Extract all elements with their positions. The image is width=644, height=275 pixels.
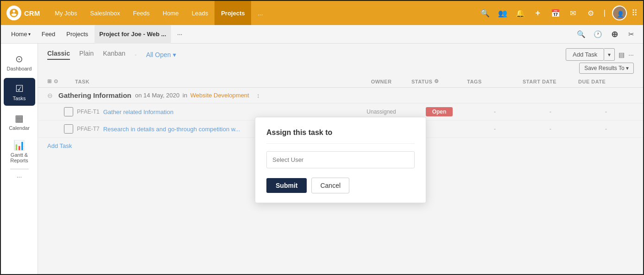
calendar-sidebar-icon: ▦ (15, 113, 24, 124)
logo-icon (6, 6, 21, 20)
nav-feeds[interactable]: Feeds (126, 1, 156, 25)
nav-projects[interactable]: Projects (215, 1, 251, 25)
grid-icon[interactable]: ⠿ (631, 8, 638, 18)
sec-nav-project-joe[interactable]: Project for Joe - Web ... (95, 25, 170, 44)
modal-actions: Submit Cancel (266, 178, 415, 193)
nav-leads[interactable]: Leads (185, 1, 215, 25)
sidebar-label-calendar: Calendar (9, 125, 30, 131)
plus-icon[interactable]: + (531, 6, 544, 19)
submit-button[interactable]: Submit (266, 178, 307, 193)
sec-nav-home[interactable]: Home ▾ (6, 25, 35, 44)
search-icon[interactable]: 🔍 (479, 6, 492, 19)
avatar[interactable]: 👤 (612, 6, 627, 20)
select-user-input[interactable] (266, 151, 415, 168)
sidebar-item-tasks[interactable]: ☑ Tasks (4, 78, 35, 106)
nav-my-jobs[interactable]: My Jobs (48, 1, 83, 25)
sidebar-label-gantt: Gantt & Reports (4, 152, 35, 163)
sec-nav-ellipsis[interactable]: ··· (173, 25, 187, 44)
sec-nav-projects[interactable]: Projects (62, 25, 93, 44)
sidebar: ⊙ Dashboard ☑ Tasks ▦ Calendar 📊 Gantt &… (1, 44, 38, 275)
nav-salesinbox[interactable]: SalesInbox (84, 1, 126, 25)
modal-overlay: Assign this task to Submit Cancel (38, 44, 643, 275)
bell-icon[interactable]: 🔔 (514, 6, 527, 19)
app-name: CRM (24, 9, 40, 17)
sidebar-label-tasks: Tasks (13, 96, 25, 101)
nav-links: My Jobs SalesInbox Feeds Home Leads Proj… (48, 1, 479, 25)
sidebar-item-calendar[interactable]: ▦ Calendar (4, 108, 35, 135)
nav-home[interactable]: Home (156, 1, 185, 25)
users-icon[interactable]: 👥 (496, 6, 509, 19)
cancel-button[interactable]: Cancel (311, 178, 349, 193)
sec-search-icon[interactable]: 🔍 (575, 28, 587, 41)
sidebar-item-gantt[interactable]: 📊 Gantt & Reports (4, 137, 35, 165)
sidebar-item-dashboard[interactable]: ⊙ Dashboard (4, 48, 35, 76)
sec-clock-icon[interactable]: 🕐 (591, 28, 604, 41)
assign-task-modal: Assign this task to Submit Cancel (255, 117, 426, 203)
calendar-icon[interactable]: 📅 (549, 6, 562, 19)
sidebar-label-dashboard: Dashboard (7, 66, 32, 71)
app-logo[interactable]: CRM (6, 6, 40, 20)
settings-icon[interactable]: ⚙ (584, 6, 597, 19)
sec-add-icon[interactable]: ⊕ (608, 28, 621, 41)
tasks-icon: ☑ (15, 83, 24, 94)
top-nav-right: 🔍 👥 🔔 + 📅 ✉ ⚙ | 👤 ⠿ (479, 6, 638, 20)
secondary-navigation: Home ▾ Feed Projects Project for Joe - W… (1, 25, 643, 44)
gantt-icon: 📊 (13, 140, 25, 151)
sec-tools-icon[interactable]: ✂ (625, 28, 638, 41)
sec-nav-feed[interactable]: Feed (37, 25, 60, 44)
content-area: Classic Plain Kanban - All Open ▾ Add Ta… (38, 44, 643, 275)
main-layout: ⊙ Dashboard ☑ Tasks ▦ Calendar 📊 Gantt &… (1, 44, 643, 275)
modal-title: Assign this task to (266, 128, 415, 144)
top-navigation: CRM My Jobs SalesInbox Feeds Home Leads … (1, 1, 643, 25)
nav-more[interactable]: ... (251, 1, 269, 25)
sidebar-more[interactable]: ··· (17, 173, 22, 180)
dashboard-icon: ⊙ (15, 53, 23, 64)
sidebar-divider (10, 169, 29, 169)
mail-icon[interactable]: ✉ (567, 6, 580, 19)
sec-nav-right-actions: 🔍 🕐 ⊕ ✂ (575, 28, 638, 41)
